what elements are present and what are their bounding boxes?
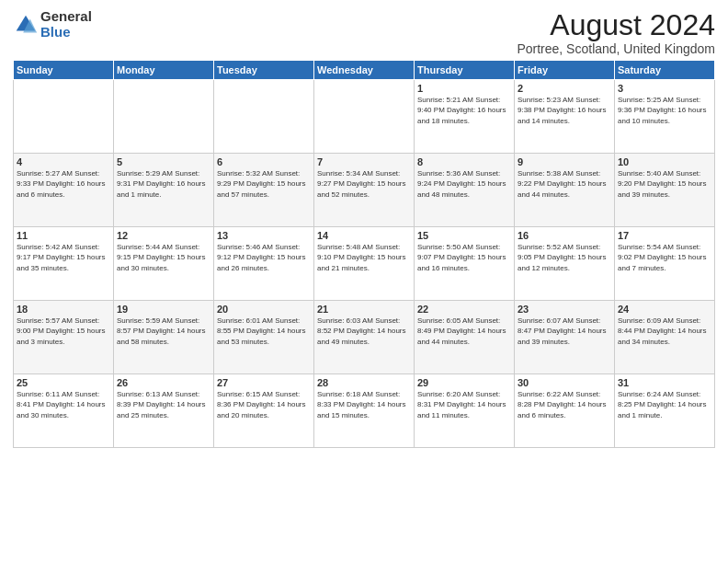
logo: General Blue <box>13 9 92 40</box>
calendar-cell: 27Sunrise: 6:15 AM Sunset: 8:36 PM Dayli… <box>214 374 314 448</box>
day-number: 22 <box>417 304 511 315</box>
day-info: Sunrise: 6:05 AM Sunset: 8:49 PM Dayligh… <box>417 316 511 347</box>
calendar-cell <box>214 80 314 154</box>
day-info: Sunrise: 5:42 AM Sunset: 9:17 PM Dayligh… <box>17 242 110 273</box>
day-info: Sunrise: 6:09 AM Sunset: 8:44 PM Dayligh… <box>618 316 711 347</box>
day-info: Sunrise: 6:13 AM Sunset: 8:39 PM Dayligh… <box>117 389 210 420</box>
day-info: Sunrise: 6:20 AM Sunset: 8:31 PM Dayligh… <box>417 389 511 420</box>
day-number: 9 <box>518 156 611 167</box>
week-row-1: 1Sunrise: 5:21 AM Sunset: 9:40 PM Daylig… <box>14 80 715 154</box>
calendar-cell: 11Sunrise: 5:42 AM Sunset: 9:17 PM Dayli… <box>14 227 114 301</box>
calendar-cell: 29Sunrise: 6:20 AM Sunset: 8:31 PM Dayli… <box>415 374 515 448</box>
calendar-cell: 28Sunrise: 6:18 AM Sunset: 8:33 PM Dayli… <box>314 374 415 448</box>
calendar-cell: 15Sunrise: 5:50 AM Sunset: 9:07 PM Dayli… <box>415 227 515 301</box>
day-info: Sunrise: 5:21 AM Sunset: 9:40 PM Dayligh… <box>417 95 511 126</box>
day-number: 12 <box>117 230 210 241</box>
calendar-cell: 23Sunrise: 6:07 AM Sunset: 8:47 PM Dayli… <box>515 301 615 374</box>
day-number: 24 <box>618 304 711 315</box>
day-info: Sunrise: 5:34 AM Sunset: 9:27 PM Dayligh… <box>317 168 411 200</box>
day-info: Sunrise: 5:46 AM Sunset: 9:12 PM Dayligh… <box>217 242 311 273</box>
calendar-cell: 17Sunrise: 5:54 AM Sunset: 9:02 PM Dayli… <box>615 227 715 301</box>
day-number: 28 <box>317 377 411 388</box>
day-info: Sunrise: 5:23 AM Sunset: 9:38 PM Dayligh… <box>518 95 611 126</box>
calendar-cell: 19Sunrise: 5:59 AM Sunset: 8:57 PM Dayli… <box>114 301 214 374</box>
day-info: Sunrise: 6:15 AM Sunset: 8:36 PM Dayligh… <box>217 389 311 420</box>
main-title: August 2024 <box>517 9 715 41</box>
day-number: 26 <box>117 377 210 388</box>
calendar-cell: 5Sunrise: 5:29 AM Sunset: 9:31 PM Daylig… <box>114 154 214 227</box>
col-thursday: Thursday <box>415 61 515 80</box>
day-info: Sunrise: 5:32 AM Sunset: 9:29 PM Dayligh… <box>217 168 311 200</box>
day-number: 29 <box>417 377 511 388</box>
day-info: Sunrise: 5:54 AM Sunset: 9:02 PM Dayligh… <box>618 242 711 273</box>
day-number: 23 <box>518 304 611 315</box>
logo-blue: Blue <box>40 25 92 40</box>
week-row-3: 11Sunrise: 5:42 AM Sunset: 9:17 PM Dayli… <box>14 227 715 301</box>
logo-text: General Blue <box>40 9 92 40</box>
day-number: 25 <box>17 377 110 388</box>
day-info: Sunrise: 6:11 AM Sunset: 8:41 PM Dayligh… <box>17 389 110 420</box>
day-number: 30 <box>518 377 611 388</box>
calendar-cell: 24Sunrise: 6:09 AM Sunset: 8:44 PM Dayli… <box>615 301 715 374</box>
day-info: Sunrise: 5:36 AM Sunset: 9:24 PM Dayligh… <box>417 168 511 200</box>
day-number: 5 <box>117 156 210 167</box>
day-info: Sunrise: 6:18 AM Sunset: 8:33 PM Dayligh… <box>317 389 411 420</box>
week-row-5: 25Sunrise: 6:11 AM Sunset: 8:41 PM Dayli… <box>14 374 715 448</box>
col-tuesday: Tuesday <box>214 61 314 80</box>
calendar-cell: 16Sunrise: 5:52 AM Sunset: 9:05 PM Dayli… <box>515 227 615 301</box>
calendar-cell: 14Sunrise: 5:48 AM Sunset: 9:10 PM Dayli… <box>314 227 415 301</box>
day-info: Sunrise: 6:07 AM Sunset: 8:47 PM Dayligh… <box>518 316 611 347</box>
day-info: Sunrise: 5:38 AM Sunset: 9:22 PM Dayligh… <box>518 168 611 200</box>
col-monday: Monday <box>114 61 214 80</box>
day-number: 27 <box>217 377 311 388</box>
day-number: 14 <box>317 230 411 241</box>
calendar-cell: 7Sunrise: 5:34 AM Sunset: 9:27 PM Daylig… <box>314 154 415 227</box>
logo-icon <box>13 12 39 38</box>
calendar-cell <box>114 80 214 154</box>
calendar-cell: 22Sunrise: 6:05 AM Sunset: 8:49 PM Dayli… <box>415 301 515 374</box>
day-info: Sunrise: 5:59 AM Sunset: 8:57 PM Dayligh… <box>117 316 210 347</box>
header-row: Sunday Monday Tuesday Wednesday Thursday… <box>14 61 715 80</box>
week-row-4: 18Sunrise: 5:57 AM Sunset: 9:00 PM Dayli… <box>14 301 715 374</box>
col-wednesday: Wednesday <box>314 61 415 80</box>
calendar-cell: 6Sunrise: 5:32 AM Sunset: 9:29 PM Daylig… <box>214 154 314 227</box>
day-info: Sunrise: 5:50 AM Sunset: 9:07 PM Dayligh… <box>417 242 511 273</box>
calendar-cell: 8Sunrise: 5:36 AM Sunset: 9:24 PM Daylig… <box>415 154 515 227</box>
title-block: August 2024 Portree, Scotland, United Ki… <box>517 9 715 56</box>
logo-general: General <box>40 9 92 25</box>
day-number: 18 <box>17 304 110 315</box>
day-info: Sunrise: 5:57 AM Sunset: 9:00 PM Dayligh… <box>17 316 110 347</box>
day-number: 15 <box>417 230 511 241</box>
day-number: 13 <box>217 230 311 241</box>
day-info: Sunrise: 5:44 AM Sunset: 9:15 PM Dayligh… <box>117 242 210 273</box>
day-number: 17 <box>618 230 711 241</box>
week-row-2: 4Sunrise: 5:27 AM Sunset: 9:33 PM Daylig… <box>14 154 715 227</box>
day-info: Sunrise: 5:25 AM Sunset: 9:36 PM Dayligh… <box>618 95 711 126</box>
day-number: 11 <box>17 230 110 241</box>
day-number: 16 <box>518 230 611 241</box>
day-number: 8 <box>417 156 511 167</box>
day-number: 4 <box>17 156 110 167</box>
col-saturday: Saturday <box>615 61 715 80</box>
calendar-cell: 10Sunrise: 5:40 AM Sunset: 9:20 PM Dayli… <box>615 154 715 227</box>
day-info: Sunrise: 6:22 AM Sunset: 8:28 PM Dayligh… <box>518 389 611 420</box>
col-sunday: Sunday <box>14 61 114 80</box>
calendar-cell: 26Sunrise: 6:13 AM Sunset: 8:39 PM Dayli… <box>114 374 214 448</box>
calendar-cell: 21Sunrise: 6:03 AM Sunset: 8:52 PM Dayli… <box>314 301 415 374</box>
day-number: 1 <box>417 83 511 94</box>
day-info: Sunrise: 5:40 AM Sunset: 9:20 PM Dayligh… <box>618 168 711 200</box>
calendar-cell: 1Sunrise: 5:21 AM Sunset: 9:40 PM Daylig… <box>415 80 515 154</box>
calendar-table: Sunday Monday Tuesday Wednesday Thursday… <box>13 60 715 448</box>
day-info: Sunrise: 6:01 AM Sunset: 8:55 PM Dayligh… <box>217 316 311 347</box>
calendar-cell <box>314 80 415 154</box>
day-info: Sunrise: 5:29 AM Sunset: 9:31 PM Dayligh… <box>117 168 210 200</box>
calendar-cell: 18Sunrise: 5:57 AM Sunset: 9:00 PM Dayli… <box>14 301 114 374</box>
calendar-cell: 30Sunrise: 6:22 AM Sunset: 8:28 PM Dayli… <box>515 374 615 448</box>
day-number: 2 <box>518 83 611 94</box>
day-number: 3 <box>618 83 711 94</box>
calendar-cell: 9Sunrise: 5:38 AM Sunset: 9:22 PM Daylig… <box>515 154 615 227</box>
day-info: Sunrise: 5:52 AM Sunset: 9:05 PM Dayligh… <box>518 242 611 273</box>
calendar-cell <box>14 80 114 154</box>
calendar-cell: 4Sunrise: 5:27 AM Sunset: 9:33 PM Daylig… <box>14 154 114 227</box>
day-number: 7 <box>317 156 411 167</box>
